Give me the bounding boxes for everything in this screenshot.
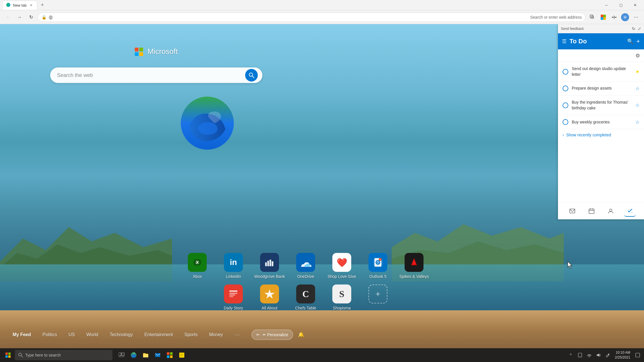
shortcut-onedrive[interactable]: OneDrive	[293, 253, 319, 279]
personalize-button[interactable]: ✏ ✏ Personalize	[251, 330, 293, 340]
svg-rect-55	[119, 353, 121, 356]
taskbar-tablet-icon[interactable]	[576, 351, 584, 359]
shortcut-spikes[interactable]: Spikes & Valleys	[401, 253, 427, 279]
close-button[interactable]: ✕	[629, 0, 642, 10]
collections-icon[interactable]	[588, 13, 597, 22]
spikes-label: Spikes & Valleys	[399, 274, 429, 279]
pencil-icon: ✏	[256, 332, 260, 337]
taskbar-app-store[interactable]	[164, 349, 175, 361]
todo-panel: Send feedback ↻ ⤢ ☰ To Do 🔍 + ⚙	[558, 24, 644, 219]
feedback-link[interactable]: Send feedback	[561, 27, 584, 31]
start-button[interactable]	[2, 349, 14, 361]
todo-mail-icon[interactable]	[567, 205, 578, 217]
todo-refresh-icon[interactable]: ↻	[632, 26, 635, 31]
todo-settings-bar: ⚙	[558, 49, 644, 62]
forward-button[interactable]: →	[15, 13, 24, 22]
search-button[interactable]	[245, 69, 258, 82]
todo-menu-icon[interactable]: ☰	[562, 38, 567, 44]
todo-checkbox-1[interactable]	[563, 69, 568, 75]
edge-logo-container	[177, 93, 237, 154]
nav-money[interactable]: Money	[203, 330, 229, 340]
todo-checkbox-2[interactable]	[563, 86, 568, 91]
nav-myfeed[interactable]: My Feed	[7, 330, 37, 340]
todo-undock-icon[interactable]: ⤢	[638, 26, 641, 31]
shortcut-allabout[interactable]: All About	[257, 284, 282, 310]
taskbar-up-arrow[interactable]: ^	[567, 351, 575, 359]
nav-technology[interactable]: Technology	[104, 330, 138, 340]
show-completed-button[interactable]: › Show recently completed	[558, 129, 644, 141]
taskbar-app-edge[interactable]	[128, 349, 139, 361]
nav-more[interactable]: ···	[229, 330, 246, 340]
new-tab-button[interactable]: +	[38, 1, 46, 9]
maximize-button[interactable]: ▢	[614, 0, 627, 10]
todo-text-2: Prepare design assets	[572, 86, 632, 91]
todo-star-2[interactable]: ☆	[635, 86, 639, 91]
refresh-button[interactable]: ↻	[26, 13, 36, 22]
minimize-button[interactable]: ─	[600, 0, 613, 10]
todo-item-2[interactable]: Prepare design assets ☆	[558, 82, 644, 96]
todo-item-4[interactable]: Buy weekly groceries ☆	[558, 115, 644, 129]
svg-marker-71	[597, 353, 599, 357]
todo-item-3[interactable]: Buy the ingredients for Thomas' birthday…	[558, 96, 644, 115]
todo-checkbox-3[interactable]	[563, 102, 568, 108]
taskbar-search[interactable]: Type here to search	[15, 350, 112, 360]
ms-square-blue	[135, 52, 138, 56]
todo-tasks-icon[interactable]	[624, 205, 636, 217]
notifications-button[interactable]: 🔔	[296, 330, 306, 339]
shortcut-woodgrove[interactable]: Woodgrove Bank	[257, 253, 282, 279]
todo-star-4[interactable]: ☆	[635, 119, 639, 125]
shortcut-shopisma[interactable]: S Shopisma	[329, 284, 355, 310]
taskbar-app-taskview[interactable]	[116, 349, 127, 361]
tab-close-button[interactable]: ✕	[29, 3, 34, 7]
search-bar[interactable]: Search the web	[50, 67, 262, 83]
svg-rect-27	[272, 261, 274, 266]
todo-star-1[interactable]: ★	[635, 69, 639, 74]
onedrive-label: OneDrive	[297, 274, 314, 279]
taskbar-pencil-icon[interactable]	[604, 351, 612, 359]
todo-contacts-icon[interactable]	[605, 205, 616, 217]
taskbar-network-icon[interactable]	[585, 351, 593, 359]
todo-star-3[interactable]: ☆	[635, 102, 639, 108]
todo-checkbox-4[interactable]	[563, 119, 568, 125]
todo-search-icon[interactable]: 🔍	[627, 38, 633, 44]
nav-entertainment[interactable]: Entertainment	[138, 330, 179, 340]
taskbar-clock[interactable]: 10:10 AM 2/25/2021	[613, 350, 633, 360]
taskbar-app-sticky[interactable]	[176, 349, 188, 361]
favorites-icon[interactable]	[599, 13, 608, 22]
shortcut-chefs[interactable]: C Chefs Table	[293, 284, 319, 310]
more-menu-button[interactable]: ⋯	[631, 13, 641, 22]
back-button[interactable]: ←	[3, 13, 13, 22]
shortcut-dailystory[interactable]: Daily Story	[220, 284, 246, 310]
taskbar-notification-button[interactable]	[634, 351, 642, 359]
address-bar[interactable]: 🔒 Search or enter web address	[38, 13, 586, 22]
shortcut-shoplove[interactable]: ❤️ Shop Love Give	[329, 253, 355, 279]
taskbar-app-explorer[interactable]	[140, 349, 151, 361]
todo-text-4: Buy weekly groceries	[572, 119, 632, 125]
extensions-icon[interactable]	[610, 13, 619, 22]
nav-world[interactable]: World	[81, 330, 104, 340]
nav-us[interactable]: US	[63, 330, 81, 340]
title-bar-left: New tab ✕ +	[2, 1, 46, 10]
profile-icon[interactable]: U	[620, 13, 630, 22]
taskbar-app-mail[interactable]	[152, 349, 163, 361]
svg-marker-40	[264, 289, 275, 299]
todo-calendar-icon[interactable]	[586, 205, 597, 217]
todo-item-1[interactable]: Send out design studio update letter ★	[558, 62, 644, 82]
shortcut-outlook[interactable]: O 5 Outlook 5	[365, 253, 391, 279]
todo-add-icon[interactable]: +	[636, 38, 640, 45]
svg-point-18	[249, 73, 253, 76]
shortcut-linkedin[interactable]: in LinkedIn	[220, 253, 246, 279]
nav-sports[interactable]: Sports	[179, 330, 203, 340]
svg-line-54	[21, 356, 23, 357]
shortcut-xbox[interactable]: X Xbox	[184, 253, 210, 279]
todo-settings-icon[interactable]: ⚙	[635, 53, 640, 59]
taskbar-volume-icon[interactable]	[594, 351, 602, 359]
microsoft-logo-area: Microsoft	[135, 47, 177, 56]
nav-politics[interactable]: Politics	[37, 330, 63, 340]
add-shortcut-button[interactable]: +	[368, 284, 387, 303]
add-shortcut-item[interactable]: +	[365, 284, 391, 310]
linkedin-label: LinkedIn	[226, 274, 241, 279]
browser-tab[interactable]: New tab ✕	[2, 1, 37, 10]
address-text	[49, 15, 528, 19]
chefs-label: Chefs Table	[295, 306, 316, 310]
